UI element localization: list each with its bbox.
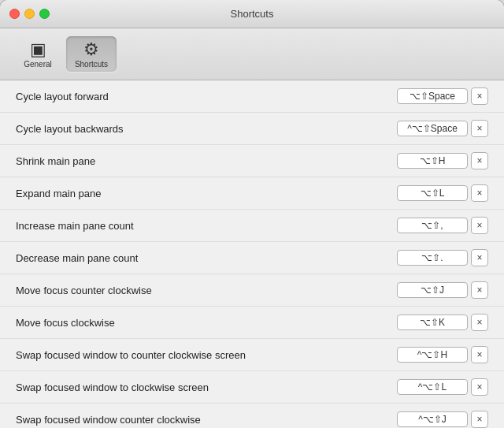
table-row: Cycle layout forward⌥⇧Space× — [0, 80, 504, 113]
shortcut-key-box[interactable]: ⌥⇧, — [397, 218, 468, 233]
minimize-button[interactable] — [24, 9, 35, 19]
shortcut-key-box[interactable]: ⌥⇧. — [397, 250, 468, 266]
tab-shortcuts[interactable]: ⚙ Shortcuts — [66, 36, 117, 72]
shortcut-clear-button[interactable]: × — [471, 346, 488, 363]
tab-general[interactable]: ▣ General — [13, 36, 63, 72]
shortcut-label: Swap focused window to clockwise screen — [16, 381, 209, 393]
shortcut-controls: ⌥⇧,× — [397, 217, 488, 234]
shortcut-label: Swap focused window counter clockwise — [16, 414, 201, 426]
table-row: Swap focused window to counter clockwise… — [0, 339, 504, 371]
shortcut-label: Shrink main pane — [16, 155, 95, 167]
shortcut-key-box[interactable]: ⌥⇧Space — [397, 88, 468, 104]
shortcut-key-box[interactable]: ⌥⇧L — [397, 185, 468, 201]
app-window: Shortcuts ▣ General ⚙ Shortcuts Cycle la… — [0, 0, 504, 428]
tab-general-label: General — [24, 60, 52, 69]
shortcut-controls: ⌥⇧J× — [397, 281, 488, 299]
shortcut-clear-button[interactable]: × — [471, 281, 488, 299]
shortcut-label: Increase main pane count — [16, 220, 134, 232]
shortcut-controls: ^⌥⇧Space× — [397, 120, 488, 137]
shortcut-key-box[interactable]: ^⌥⇧Space — [397, 121, 468, 136]
shortcut-key-box[interactable]: ^⌥⇧L — [397, 379, 468, 395]
general-icon: ▣ — [30, 41, 46, 58]
close-button[interactable] — [9, 9, 20, 19]
table-row: Move focus counter clockwise⌥⇧J× — [0, 274, 504, 307]
toolbar: ▣ General ⚙ Shortcuts — [0, 28, 504, 80]
shortcut-clear-button[interactable]: × — [471, 314, 488, 331]
table-row: Decrease main pane count⌥⇧.× — [0, 242, 504, 274]
shortcut-label: Cycle layout backwards — [16, 123, 124, 135]
shortcut-controls: ⌥⇧Space× — [397, 87, 488, 105]
shortcuts-icon: ⚙ — [83, 41, 99, 58]
table-row: Move focus clockwise⌥⇧K× — [0, 307, 504, 339]
shortcut-label: Expand main pane — [16, 188, 101, 199]
tab-shortcuts-label: Shortcuts — [75, 60, 108, 69]
window-title: Shortcuts — [231, 8, 274, 20]
shortcut-clear-button[interactable]: × — [471, 87, 488, 105]
shortcut-controls: ⌥⇧L× — [397, 184, 488, 202]
shortcut-clear-button[interactable]: × — [471, 120, 488, 137]
shortcut-label: Move focus clockwise — [16, 317, 115, 329]
table-row: Swap focused window counter clockwise^⌥⇧… — [0, 404, 504, 428]
shortcut-label: Decrease main pane count — [16, 252, 138, 264]
traffic-lights — [9, 9, 50, 19]
shortcut-label: Swap focused window to counter clockwise… — [16, 349, 246, 361]
shortcut-controls: ⌥⇧H× — [397, 152, 488, 169]
shortcut-label: Cycle layout forward — [16, 91, 109, 102]
shortcut-clear-button[interactable]: × — [471, 152, 488, 169]
table-row: Shrink main pane⌥⇧H× — [0, 145, 504, 177]
shortcut-key-box[interactable]: ⌥⇧J — [397, 282, 468, 298]
shortcut-clear-button[interactable]: × — [471, 217, 488, 234]
table-row: Cycle layout backwards^⌥⇧Space× — [0, 113, 504, 145]
table-row: Swap focused window to clockwise screen^… — [0, 371, 504, 404]
shortcut-clear-button[interactable]: × — [471, 378, 488, 396]
shortcut-controls: ⌥⇧.× — [397, 249, 488, 266]
shortcuts-list: Cycle layout forward⌥⇧Space×Cycle layout… — [0, 80, 504, 428]
table-row: Increase main pane count⌥⇧,× — [0, 210, 504, 242]
shortcut-key-box[interactable]: ⌥⇧H — [397, 153, 468, 169]
titlebar: Shortcuts — [0, 0, 504, 28]
shortcut-key-box[interactable]: ^⌥⇧H — [397, 347, 468, 363]
shortcut-clear-button[interactable]: × — [471, 411, 488, 428]
shortcut-controls: ^⌥⇧H× — [397, 346, 488, 363]
shortcut-clear-button[interactable]: × — [471, 184, 488, 202]
shortcut-label: Move focus counter clockwise — [16, 285, 152, 296]
shortcut-key-box[interactable]: ⌥⇧K — [397, 314, 468, 330]
maximize-button[interactable] — [39, 9, 50, 19]
shortcut-controls: ^⌥⇧L× — [397, 378, 488, 396]
shortcut-key-box[interactable]: ^⌥⇧J — [397, 411, 468, 427]
shortcut-controls: ⌥⇧K× — [397, 314, 488, 331]
table-row: Expand main pane⌥⇧L× — [0, 177, 504, 210]
shortcut-clear-button[interactable]: × — [471, 249, 488, 266]
shortcut-controls: ^⌥⇧J× — [397, 411, 488, 428]
